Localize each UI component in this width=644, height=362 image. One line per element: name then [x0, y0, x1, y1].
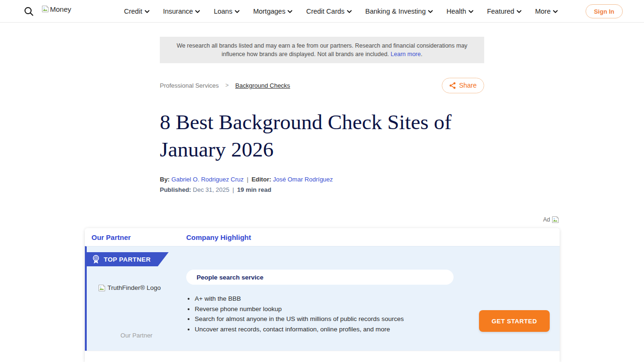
partner-caption: Our Partner — [87, 332, 186, 339]
broken-image-icon — [41, 5, 49, 13]
partner-logo[interactable]: TruthFinder® Logo — [98, 284, 161, 292]
author-link[interactable]: Gabriel O. Rodriguez Cruz — [172, 176, 244, 183]
main-navigation: Credit Insurance Loans Mortgages Credit … — [124, 0, 558, 23]
breadcrumb: Professional Services > Background Check… — [160, 82, 290, 89]
search-icon[interactable] — [24, 6, 34, 16]
breadcrumb-separator-icon: > — [225, 82, 229, 89]
nav-item-loans[interactable]: Loans — [214, 8, 239, 15]
nav-item-mortgages[interactable]: Mortgages — [253, 8, 293, 15]
share-icon — [449, 82, 456, 89]
money-logo[interactable]: Money — [41, 5, 71, 14]
breadcrumb-row: Professional Services > Background Check… — [160, 77, 484, 94]
get-started-button[interactable]: GET STARTED — [479, 310, 550, 332]
breadcrumb-professional-services[interactable]: Professional Services — [160, 82, 219, 89]
column-header-our-partner: Our Partner — [91, 233, 186, 241]
chevron-down-icon — [428, 10, 433, 13]
top-nav-bar: Money Credit Insurance Loans Mortgages C… — [0, 0, 644, 23]
advertiser-disclosure: We research all brands listed and may ea… — [160, 37, 484, 63]
chevron-down-icon — [288, 10, 292, 13]
partner-logo-alt-text: TruthFinder® Logo — [107, 284, 161, 292]
chevron-down-icon — [145, 10, 149, 13]
share-label: Share — [459, 82, 477, 89]
published-line: Published: Dec 31, 2025 | 19 min read — [160, 186, 271, 193]
column-header-company-highlight: Company Highlight — [186, 233, 251, 241]
breadcrumb-background-checks[interactable]: Background Checks — [235, 82, 290, 89]
table-header-row: Our Partner Company Highlight — [85, 228, 560, 246]
next-table-row — [85, 351, 560, 362]
nav-item-credit[interactable]: Credit — [124, 8, 149, 15]
list-item: A+ with the BBB — [195, 294, 473, 304]
page-title: 8 Best Background Check Sites of January… — [160, 108, 490, 163]
nav-item-more[interactable]: More — [535, 8, 558, 15]
page: Money Credit Insurance Loans Mortgages C… — [0, 0, 644, 362]
list-item: Reverse phone number lookup — [195, 304, 473, 314]
chevron-down-icon — [347, 10, 352, 13]
chevron-down-icon — [235, 10, 239, 13]
learn-more-link[interactable]: Learn more — [391, 51, 421, 58]
highlight-title-pill: People search service — [186, 270, 454, 285]
by-label: By: — [160, 176, 170, 183]
editor-label: Editor: — [251, 176, 271, 183]
chevron-down-icon — [469, 10, 473, 13]
highlight-bullet-list: A+ with the BBB Reverse phone number loo… — [195, 294, 473, 334]
logo-alt-text: Money — [50, 5, 71, 14]
broken-image-icon — [98, 284, 106, 292]
list-item: Search for almost anyone in the US with … — [195, 314, 473, 324]
chevron-down-icon — [553, 10, 558, 13]
top-partner-row: TOP PARTNER TruthFinder® Logo Our Partne… — [85, 246, 560, 351]
list-item: Uncover arrest records, contact informat… — [195, 324, 473, 335]
read-time: 19 min read — [237, 186, 271, 193]
medal-icon — [92, 255, 99, 264]
chevron-down-icon — [517, 10, 521, 13]
disclosure-text: We research all brands listed and may ea… — [171, 41, 473, 58]
broken-image-icon — [552, 216, 559, 223]
nav-item-banking-investing[interactable]: Banking & Investing — [365, 8, 433, 15]
nav-item-insurance[interactable]: Insurance — [163, 8, 200, 15]
chevron-down-icon — [195, 10, 200, 13]
ad-label: Ad — [543, 216, 550, 223]
ad-marker: Ad — [543, 216, 559, 223]
published-label: Published: — [160, 186, 191, 193]
top-partner-label: TOP PARTNER — [104, 256, 151, 263]
nav-item-health[interactable]: Health — [446, 8, 473, 15]
published-date: Dec 31, 2025 — [193, 186, 229, 193]
share-button[interactable]: Share — [442, 78, 484, 93]
byline: By: Gabriel O. Rodriguez Cruz | Editor: … — [160, 176, 333, 183]
sign-in-button[interactable]: Sign In — [586, 4, 623, 18]
top-partner-badge: TOP PARTNER — [85, 252, 169, 266]
nav-item-featured[interactable]: Featured — [487, 8, 521, 15]
nav-item-credit-cards[interactable]: Credit Cards — [306, 8, 351, 15]
partner-comparison-table: Our Partner Company Highlight TOP PARTNE… — [85, 228, 560, 362]
editor-link[interactable]: José Omar Rodríguez — [273, 176, 333, 183]
highlight-title: People search service — [197, 274, 264, 281]
